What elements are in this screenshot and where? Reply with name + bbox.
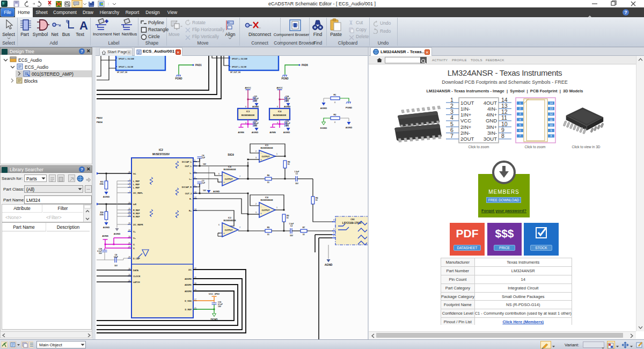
svg-text:11: 11 — [501, 114, 507, 121]
svg-text:9: 9 — [194, 185, 195, 187]
svg-text:4IN-: 4IN- — [487, 106, 497, 112]
svg-text:AGND: AGND — [284, 105, 290, 108]
svg-text:2: 2 — [519, 107, 521, 110]
svg-text:5: 5 — [519, 123, 521, 127]
svg-text:CLOCK: CLOCK — [133, 275, 141, 278]
svg-text:24: 24 — [128, 236, 130, 238]
svg-text:7: 7 — [450, 133, 453, 139]
svg-text:IC3: IC3 — [265, 144, 268, 147]
svg-text:14: 14 — [550, 101, 553, 105]
svg-text:OUTPUT: OUTPUT — [225, 178, 233, 180]
svg-text:8: 8 — [551, 134, 552, 137]
svg-text:InR: InR — [133, 203, 136, 206]
svg-text:MUSES8820E: MUSES8820E — [273, 114, 287, 117]
svg-text:L_REF: L_REF — [133, 184, 140, 186]
svg-text:2OUT: 2OUT — [460, 136, 474, 142]
svg-text:C1: C1 — [296, 173, 298, 175]
svg-text:PAD2: PAD2 — [97, 117, 103, 119]
svg-text:AGND: AGND — [103, 195, 109, 198]
svg-text:LSY2109-1701F: LSY2109-1701F — [342, 221, 362, 224]
svg-text:10V: 10V — [286, 100, 289, 102]
svg-text:R_REF: R_REF — [133, 213, 140, 215]
svg-text:MUSES8820E: MUSES8820E — [260, 147, 273, 149]
svg-text:51: 51 — [287, 217, 289, 219]
svg-text:4: 4 — [129, 182, 130, 184]
svg-text:AVCC: AVCC — [245, 86, 251, 89]
svg-text:16V: 16V — [290, 235, 294, 237]
svg-text:AVNN: AVNN — [238, 131, 244, 134]
svg-text:10uF: 10uF — [114, 256, 118, 258]
svg-text:13: 13 — [550, 107, 553, 110]
svg-text:1: 1 — [519, 101, 521, 105]
svg-text:330k: 330k — [99, 214, 104, 216]
svg-text:Z/C_REFL: Z/C_REFL — [133, 192, 143, 194]
svg-text:Blocks: Blocks — [24, 78, 38, 84]
svg-text:11: 11 — [550, 118, 552, 121]
svg-text:A: A — [79, 19, 88, 32]
svg-text:1uF: 1uF — [202, 182, 205, 184]
svg-text:1.5uF: 1.5uF — [289, 223, 294, 225]
svg-text:IC3: IC3 — [228, 217, 231, 219]
svg-text:51: 51 — [288, 163, 290, 165]
svg-text:ADDR2: ADDR2 — [185, 290, 192, 293]
svg-text:3: 3 — [194, 177, 195, 179]
svg-text:6: 6 — [245, 106, 246, 108]
svg-text:DCCAP_R: DCCAP_R — [182, 186, 192, 188]
svg-text:D_VDD: D_VDD — [185, 300, 192, 302]
svg-text:MUSES8820E: MUSES8820E — [223, 169, 236, 171]
svg-text:V+: V+ — [133, 231, 136, 233]
svg-text:6: 6 — [277, 106, 278, 108]
svg-text:IC4: IC4 — [228, 166, 232, 168]
svg-text:10V: 10V — [218, 306, 222, 308]
svg-text:1: 1 — [276, 153, 277, 155]
svg-text:AGND: AGND — [320, 107, 327, 110]
svg-text:Z/C_REFR: Z/C_REFR — [133, 224, 143, 226]
svg-text:AGND: AGND — [346, 126, 352, 129]
svg-text:12: 12 — [501, 108, 508, 115]
svg-text:VCC_3P9V: VCC_3P9V — [209, 293, 220, 295]
svg-text:AGND: AGND — [103, 226, 109, 229]
svg-text:1.5uF: 1.5uF — [295, 171, 299, 173]
svg-text:10V: 10V — [254, 100, 258, 102]
svg-text:2: 2 — [129, 179, 130, 181]
svg-text:16V: 16V — [99, 252, 103, 255]
svg-text:51: 51 — [316, 199, 318, 201]
svg-text:4OUT: 4OUT — [484, 100, 497, 106]
svg-text:21: 21 — [194, 307, 196, 309]
svg-text:L+: L+ — [189, 178, 192, 180]
svg-text:3OUT: 3OUT — [484, 136, 497, 142]
svg-text:7: 7 — [239, 176, 240, 178]
svg-text:+: + — [260, 212, 262, 215]
svg-text:PAD4: PAD4 — [97, 121, 103, 123]
svg-text:25: 25 — [128, 242, 130, 244]
svg-text:1IN+: 1IN+ — [460, 112, 472, 118]
svg-text:AGND: AGND — [283, 131, 290, 134]
svg-text:ECS_Audio: ECS_Audio — [18, 57, 42, 63]
svg-text:7: 7 — [194, 164, 195, 166]
svg-text:9: 9 — [194, 159, 195, 162]
svg-text:OUT_2: OUT_2 — [185, 193, 192, 195]
svg-text:0: 0 — [334, 121, 335, 123]
svg-text:LATCH: LATCH — [133, 281, 140, 283]
svg-text:R5: R5 — [267, 227, 270, 229]
svg-text:16V: 16V — [203, 163, 207, 165]
svg-text:CN1: CN1 — [350, 219, 355, 221]
svg-text:AGND: AGND — [252, 131, 258, 134]
svg-text:2: 2 — [255, 150, 257, 152]
svg-text:4: 4 — [333, 228, 334, 230]
svg-text:DGND: DGND — [320, 127, 327, 129]
svg-text:OUT_L: OUT_L — [185, 165, 192, 168]
svg-text:13: 13 — [128, 211, 130, 213]
svg-text:3: 3 — [333, 219, 334, 221]
svg-text:D_CAP: D_CAP — [133, 258, 140, 260]
svg-text:Z/C: Z/C — [188, 269, 192, 271]
svg-text:PGND: PGND — [281, 77, 289, 80]
svg-text:SPOUT_L_OU,10W: SPOUT_L_OU,10W — [232, 58, 247, 60]
svg-text:IC4: IC4 — [265, 197, 269, 199]
svg-text:22: 22 — [128, 229, 130, 231]
svg-text:6: 6 — [519, 129, 521, 132]
svg-text:+: + — [223, 180, 225, 184]
svg-text:19: 19 — [128, 274, 130, 276]
svg-text:GND: GND — [486, 118, 497, 123]
svg-text:OUTPUT: OUTPUT — [262, 156, 270, 158]
